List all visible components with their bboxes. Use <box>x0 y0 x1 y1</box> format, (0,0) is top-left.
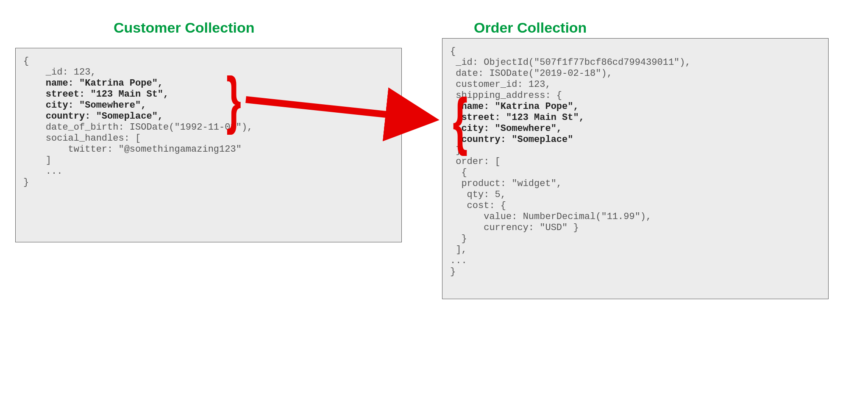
svg-line-1 <box>246 100 426 119</box>
diagram-canvas: Customer Collection Order Collection { _… <box>0 0 868 400</box>
link-arrow-icon <box>0 0 868 400</box>
